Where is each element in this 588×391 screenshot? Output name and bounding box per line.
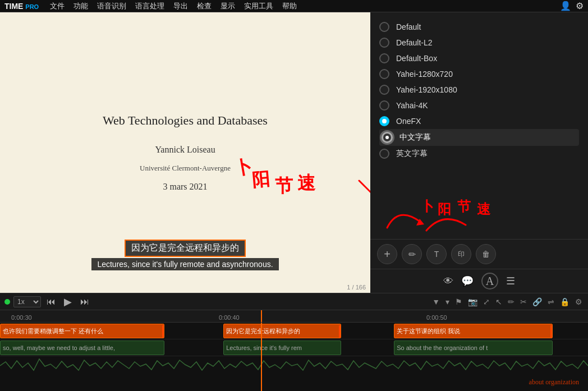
radio-label-yahei-1920: Yahei-1920x1080 [396, 85, 457, 94]
recording-indicator [4, 299, 10, 305]
menubar-right-icons: 👤 ⚙ [560, 1, 584, 11]
chat-icon[interactable]: 💬 [461, 275, 474, 287]
timeline-area: 1x 0.5x 2x ⏮ ▶ ⏭ ▼ ▾ ⚑ 📷 ⤢ ↖ ✏ ✂ 🔗 ⇌ 🔒 ⚙… [0, 293, 588, 391]
radio-circle-yahei-1280 [379, 69, 389, 79]
clip-cn-3[interactable]: 关于这节课的组织 我说 [394, 324, 553, 338]
radio-label-yahai-4k: Yahai-4K [396, 101, 428, 110]
slide-date: 3 mars 2021 [163, 182, 207, 192]
edit-button[interactable]: ✏ [402, 244, 422, 264]
radio-label-english: 英文字幕 [396, 149, 428, 159]
chevron-down-icon[interactable]: ▾ [444, 297, 451, 306]
ruler-time-30: 0:00:30 [11, 314, 32, 321]
clip-cn-3-label: 关于这节课的组织 我说 [397, 327, 460, 335]
gear2-icon[interactable]: ⚙ [574, 297, 584, 306]
radio-inner-chinese [385, 136, 389, 139]
list-icon[interactable]: ☰ [506, 275, 515, 287]
playback-bar: 1x 0.5x 2x ⏮ ▶ ⏭ ▼ ▾ ⚑ 📷 ⤢ ↖ ✏ ✂ 🔗 ⇌ 🔒 ⚙ [0, 293, 588, 310]
annotation-arrows: 卜 阳 节 速 [370, 194, 522, 239]
slide-university: Université Clermont-Auvergne [140, 164, 231, 173]
timeline-tracks: 也许我们需要稍微调整一下 还有什么 因为它是完全远程和异步的 关于这节课的组织 … [0, 323, 588, 391]
radio-item-default-l2[interactable]: Default-L2 [379, 35, 579, 50]
radio-item-onefx[interactable]: OneFX [379, 113, 579, 129]
menubar: TIME PRO 文件 功能 语音识别 语言处理 导出 检查 显示 实用工具 帮… [0, 0, 588, 12]
playhead[interactable] [261, 310, 262, 322]
clip-cn-1-label: 也许我们需要稍微调整一下 还有什么 [3, 327, 103, 335]
timeline-ruler: 0:00:30 0:00:40 0:00:50 [0, 310, 588, 323]
cursor-icon[interactable]: ↖ [494, 297, 503, 306]
app-logo: TIME PRO [4, 2, 39, 11]
menu-asr[interactable]: 语音识别 [93, 0, 131, 12]
text-button[interactable]: T [426, 244, 447, 264]
clip-en-3-label: So about the the organization of t [397, 344, 488, 351]
menu-tools[interactable]: 实用工具 [240, 0, 278, 12]
stamp-button[interactable]: 印 [451, 244, 471, 264]
camera-icon[interactable]: 📷 [467, 297, 479, 306]
merge-icon[interactable]: ⇌ [546, 297, 555, 306]
clip-en-1-label: so, well, maybe we need to adjust a litt… [3, 344, 115, 351]
clip-en-2-label: Lectures, since it's fully rem [226, 344, 302, 351]
clip-cn-2[interactable]: 因为它是完全远程和异步的 [223, 324, 341, 338]
eye-icon[interactable]: 👁 [443, 275, 453, 287]
settings-icon[interactable]: ⚙ [576, 1, 584, 11]
slide-page-number: 1 / 166 [347, 284, 366, 291]
radio-label-chinese: 中文字幕 [399, 132, 431, 142]
svg-text:卜: 卜 [421, 199, 434, 214]
ruler-time-50: 0:00:50 [426, 314, 447, 321]
add-button[interactable]: + [377, 244, 397, 264]
clip-en-3[interactable]: So about the the organization of t [394, 341, 553, 355]
radio-item-default-box[interactable]: Default-Box [379, 50, 579, 66]
slide-title: Web Technologies and Databases [103, 113, 268, 128]
clip-cn-1-end [162, 325, 164, 338]
menu-func[interactable]: 功能 [69, 0, 93, 12]
play-button[interactable]: ▶ [61, 295, 75, 309]
subtitle-chinese: 因为它是完全远程和异步的 [125, 240, 246, 257]
slide-content: Web Technologies and Databases Yannick L… [0, 12, 370, 293]
radio-circle-default [379, 22, 389, 32]
clip-cn-1[interactable]: 也许我们需要稍微调整一下 还有什么 [0, 324, 164, 338]
radio-item-default[interactable]: Default [379, 19, 579, 35]
skip-forward-button[interactable]: ⏭ [78, 295, 91, 309]
radio-item-english[interactable]: 英文字幕 [379, 146, 579, 162]
radio-item-yahai-4k[interactable]: Yahai-4K [379, 98, 579, 113]
radio-circle-chinese [382, 132, 393, 143]
ruler-time-40: 0:00:40 [219, 314, 240, 321]
playhead-line [261, 323, 262, 391]
link-icon[interactable]: 🔗 [531, 297, 543, 306]
svg-text:速: 速 [477, 202, 491, 217]
radio-label-default-box: Default-Box [396, 54, 437, 63]
skip-back-button[interactable]: ⏮ [44, 295, 58, 309]
menu-check[interactable]: 检查 [192, 0, 216, 12]
radio-circle-onefx [379, 116, 389, 126]
clip-en-1[interactable]: so, well, maybe we need to adjust a litt… [0, 341, 164, 355]
clip-en-2[interactable]: Lectures, since it's fully rem [223, 341, 341, 355]
slide-author: Yannick Loiseau [155, 145, 215, 155]
user-icon[interactable]: 👤 [560, 1, 571, 11]
menu-export[interactable]: 导出 [169, 0, 192, 12]
clip-cn-3-end [550, 325, 552, 338]
about-organization-text: about organization [529, 376, 579, 387]
track-row-en: so, well, maybe we need to adjust a litt… [0, 339, 588, 356]
waveform-svg: // This won't run in SVG context, draw s… [0, 356, 588, 376]
radio-item-yahei-1920[interactable]: Yahei-1920x1080 [379, 82, 579, 98]
font-a-icon[interactable]: A [481, 273, 498, 289]
scissors-icon[interactable]: ✂ [519, 297, 528, 306]
filter-icon[interactable]: ▼ [431, 297, 441, 306]
menu-file[interactable]: 文件 [45, 0, 69, 12]
menu-nlp[interactable]: 语言处理 [131, 0, 169, 12]
subtitle-overlay: 因为它是完全远程和异步的 Lectures, since it's fully … [19, 240, 352, 270]
svg-text:阳: 阳 [438, 202, 451, 217]
delete-button[interactable]: 🗑 [476, 244, 496, 264]
waveform-row: // This won't run in SVG context, draw s… [0, 356, 588, 376]
speed-select[interactable]: 1x 0.5x 2x [13, 296, 41, 307]
menu-help[interactable]: 帮助 [278, 0, 301, 12]
lock-icon[interactable]: 🔒 [559, 297, 571, 306]
flag-icon[interactable]: ⚑ [454, 297, 463, 306]
menu-display[interactable]: 显示 [216, 0, 240, 12]
radio-item-yahei-1280[interactable]: Yahei-1280x720 [379, 66, 579, 82]
radio-item-chinese[interactable]: 中文字幕 [379, 129, 579, 146]
clip-cn-2-end [339, 325, 341, 338]
slide-area: Web Technologies and Databases Yannick L… [0, 12, 370, 293]
radio-circle-yahei-1920 [379, 85, 389, 95]
edit2-icon[interactable]: ✏ [507, 297, 516, 306]
expand-icon[interactable]: ⤢ [482, 297, 491, 306]
